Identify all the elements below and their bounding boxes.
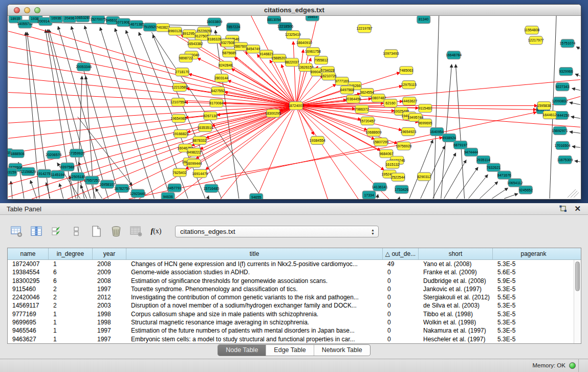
network-node[interactable]: 7625402 — [173, 168, 187, 177]
column-header[interactable]: in_degree — [49, 248, 93, 259]
table-cell[interactable]: 18724007 — [8, 260, 49, 268]
network-edge[interactable] — [571, 117, 580, 119]
table-cell[interactable]: Hescheler et al. (1997) — [419, 335, 493, 343]
table-cell[interactable]: 5.3E-5 — [493, 260, 574, 268]
network-node[interactable]: 8427552 — [211, 87, 225, 95]
table-cell[interactable]: Structural magnetic resonance image aver… — [126, 318, 383, 326]
network-edge[interactable] — [409, 140, 433, 199]
network-edge[interactable] — [293, 41, 296, 106]
delete-icon[interactable] — [110, 225, 122, 237]
network-node[interactable]: 8822037 — [285, 58, 299, 67]
table-cell[interactable]: 5.3E-5 — [493, 335, 574, 343]
network-node[interactable]: 17359928 — [69, 149, 84, 157]
network-node[interactable]: 20206576 — [46, 150, 61, 159]
network-graph[interactable]: 1893514055712193842009140616936204961065… — [8, 16, 581, 199]
create-column-icon[interactable] — [90, 225, 102, 237]
table-cell[interactable]: 0 — [383, 285, 419, 293]
network-edge[interactable] — [444, 160, 466, 199]
network-node[interactable]: 19654985 — [171, 114, 187, 122]
network-node[interactable]: 14671385 — [128, 20, 144, 29]
table-cell[interactable]: Genome-wide association studies in ADHD. — [126, 268, 383, 276]
network-node[interactable]: 20496 — [63, 16, 76, 23]
table-cell[interactable]: 0 — [383, 310, 419, 318]
table-cell[interactable]: 14569117 — [8, 301, 49, 310]
table-cell[interactable]: 9777169 — [8, 310, 49, 318]
table-cell[interactable]: 1 — [49, 310, 93, 318]
column-header[interactable]: name — [8, 248, 49, 259]
show-columns-icon[interactable] — [30, 225, 42, 237]
network-edge[interactable] — [8, 47, 296, 106]
network-edge[interactable] — [576, 47, 580, 49]
table-cell[interactable]: 9463627 — [8, 335, 49, 343]
network-edge[interactable] — [399, 197, 400, 199]
network-node[interactable]: 62160 — [384, 99, 397, 107]
table-cell[interactable]: 18300295 — [8, 277, 49, 285]
network-node[interactable]: 10688609 — [366, 128, 382, 136]
network-edge[interactable] — [59, 184, 63, 199]
table-cell[interactable]: 0 — [383, 277, 419, 285]
network-edge[interactable] — [480, 182, 497, 199]
table-cell[interactable]: 0 — [383, 268, 419, 276]
table-row[interactable]: 1456911722003Disruption of a novel membe… — [8, 301, 581, 310]
table-cell[interactable]: 9699695 — [8, 318, 49, 326]
table-cell[interactable]: 2008 — [93, 277, 126, 285]
network-node[interactable]: 16782759 — [114, 184, 130, 192]
network-node[interactable]: 8290312 — [417, 172, 431, 181]
network-node[interactable]: 12156829 — [20, 167, 36, 176]
network-node[interactable]: 12217977 — [528, 36, 544, 45]
network-node[interactable]: 8170084 — [209, 99, 223, 107]
table-cell[interactable]: 5.5E-5 — [493, 293, 574, 301]
network-edge[interactable] — [434, 16, 439, 199]
close-panel-icon[interactable]: ✕ — [574, 205, 581, 213]
network-node[interactable]: 18300295 — [265, 109, 281, 117]
network-node[interactable]: 7485063 — [399, 67, 413, 75]
network-node[interactable]: 16353514 — [197, 123, 213, 132]
network-node[interactable]: 7632621 — [487, 163, 500, 171]
network-node[interactable]: 20053346 — [76, 63, 92, 71]
network-node[interactable]: 12325419 — [285, 31, 301, 39]
table-cell[interactable]: 49 — [383, 260, 419, 268]
network-node[interactable]: 15270075 — [90, 16, 106, 24]
network-edge[interactable] — [377, 194, 378, 199]
table-mode-icon[interactable] — [10, 225, 23, 237]
network-node[interactable]: 1595838 — [537, 102, 551, 110]
network-node[interactable]: 9898722 — [179, 54, 193, 62]
network-node[interactable]: 19654923 — [400, 127, 416, 136]
network-node[interactable]: 9457791 — [168, 184, 182, 192]
network-node[interactable]: 18640910 — [296, 39, 312, 47]
table-cell[interactable]: 1997 — [93, 335, 126, 343]
network-node[interactable]: 2935114 — [476, 156, 490, 164]
network-node[interactable]: 7857224 — [226, 23, 240, 31]
network-node[interactable]: 9127505 — [194, 32, 208, 40]
merge-rows-icon[interactable] — [70, 225, 82, 237]
table-row[interactable]: 969969511998Structural magnetic resonanc… — [8, 318, 581, 326]
table-row[interactable]: 2242004622012Investigating the contribut… — [8, 293, 581, 301]
table-row[interactable]: 946554611997Estimation of the future num… — [8, 326, 581, 335]
table-cell[interactable]: 5.9E-5 — [493, 277, 574, 285]
table-scrollbar[interactable] — [574, 260, 581, 343]
table-cell[interactable]: 1998 — [93, 318, 126, 326]
network-edge[interactable] — [469, 174, 488, 199]
column-header[interactable]: title — [126, 248, 383, 259]
table-cell[interactable]: 1998 — [93, 310, 126, 318]
table-cell[interactable]: 9115460 — [8, 285, 49, 293]
table-cell[interactable]: Disruption of a novel member of a sodium… — [126, 301, 383, 310]
network-node[interactable]: 2803144 — [214, 74, 228, 82]
column-header[interactable]: short — [419, 248, 493, 259]
network-node[interactable]: 10973493 — [383, 50, 399, 58]
network-edge[interactable] — [570, 102, 580, 104]
table-cell[interactable]: 6 — [49, 277, 93, 285]
network-node[interactable]: 14463627 — [401, 97, 417, 105]
table-scrollbar-thumb[interactable] — [575, 261, 580, 291]
network-canvas[interactable]: 1893514055712193842009140616936204961065… — [8, 16, 581, 199]
network-node[interactable]: 1615132 — [385, 160, 399, 168]
network-edge[interactable] — [208, 195, 209, 199]
network-edge[interactable] — [504, 193, 518, 199]
table-cell[interactable]: 1 — [49, 335, 93, 343]
table-cell[interactable]: 1 — [49, 260, 93, 268]
network-window[interactable]: citations_edges.txt 18935140557121938420… — [7, 4, 581, 200]
network-node[interactable]: 10653287 — [75, 16, 91, 22]
network-node[interactable]: 16033809 — [206, 18, 222, 26]
network-node[interactable]: 16936 — [50, 16, 63, 23]
network-edge[interactable] — [575, 74, 580, 76]
